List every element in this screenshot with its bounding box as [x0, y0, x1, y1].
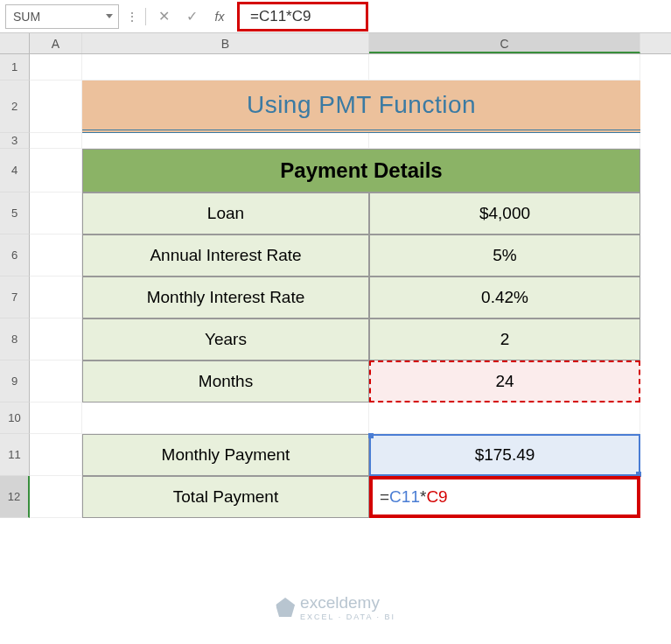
row-header-10[interactable]: 10	[0, 402, 30, 434]
cell-a8[interactable]	[30, 318, 82, 360]
total-payment-value[interactable]: =C11*C9	[369, 476, 640, 518]
watermark-logo-icon	[276, 598, 295, 617]
name-box[interactable]: SUM	[5, 4, 119, 29]
row-5: 5 Loan $4,000	[0, 192, 671, 234]
row-header-3[interactable]: 3	[0, 133, 30, 149]
row-header-8[interactable]: 8	[0, 318, 30, 360]
spreadsheet-grid: A B C 1 2 Using PMT Function 3 4 Payment…	[0, 33, 671, 518]
row-header-1[interactable]: 1	[0, 54, 30, 80]
col-header-a[interactable]: A	[30, 33, 82, 53]
fx-icon[interactable]: fx	[209, 6, 230, 27]
monthly-payment-value[interactable]: $175.49	[369, 434, 640, 476]
cell-a7[interactable]	[30, 276, 82, 318]
row-header-2[interactable]: 2	[0, 80, 30, 133]
row-header-11[interactable]: 11	[0, 434, 30, 476]
cell-a9[interactable]	[30, 360, 82, 402]
row-10: 10	[0, 402, 671, 434]
cell-a10[interactable]	[30, 402, 82, 434]
menu-dots-icon: ⋮	[126, 10, 138, 24]
row-header-4[interactable]: 4	[0, 149, 30, 192]
cell-a6[interactable]	[30, 234, 82, 276]
cell-c1[interactable]	[369, 54, 640, 80]
monthly-payment-label[interactable]: Monthly Payment	[82, 434, 369, 476]
cell-a5[interactable]	[30, 192, 82, 234]
row-11: 11 Monthly Payment $175.49	[0, 434, 671, 476]
watermark-brand: exceldemy	[300, 593, 395, 612]
annual-rate-label[interactable]: Annual Interest Rate	[82, 234, 369, 276]
row-12: 12 Total Payment =C11*C9	[0, 476, 671, 518]
cell-b10[interactable]	[82, 402, 369, 434]
formula-input[interactable]: =C11*C9	[237, 2, 368, 32]
cell-a1[interactable]	[30, 54, 82, 80]
formula-bar: SUM ⋮ ✕ ✓ fx =C11*C9	[0, 0, 671, 33]
monthly-rate-value[interactable]: 0.42%	[369, 276, 640, 318]
months-value[interactable]: 24	[369, 360, 640, 402]
cell-a4[interactable]	[30, 149, 82, 192]
col-header-c[interactable]: C	[369, 33, 640, 53]
watermark-subtitle: EXCEL · DATA · BI	[300, 612, 395, 621]
watermark: exceldemy EXCEL · DATA · BI	[276, 593, 395, 621]
cancel-icon[interactable]: ✕	[153, 6, 174, 27]
monthly-rate-label[interactable]: Monthly Interest Rate	[82, 276, 369, 318]
cell-b3[interactable]	[82, 133, 369, 149]
cell-a3[interactable]	[30, 133, 82, 149]
row-6: 6 Annual Interest Rate 5%	[0, 234, 671, 276]
row-header-7[interactable]: 7	[0, 276, 30, 318]
enter-icon[interactable]: ✓	[181, 6, 202, 27]
table-header[interactable]: Payment Details	[82, 149, 640, 192]
row-header-6[interactable]: 6	[0, 234, 30, 276]
row-header-12[interactable]: 12	[0, 476, 30, 518]
years-value[interactable]: 2	[369, 318, 640, 360]
select-all-corner[interactable]	[0, 33, 30, 53]
row-4: 4 Payment Details	[0, 149, 671, 192]
cell-c10[interactable]	[369, 402, 640, 434]
cell-a12[interactable]	[30, 476, 82, 518]
cell-formula-text: =C11*C9	[380, 487, 448, 507]
cell-b1[interactable]	[82, 54, 369, 80]
row-3: 3	[0, 133, 671, 149]
row-7: 7 Monthly Interest Rate 0.42%	[0, 276, 671, 318]
row-2: 2 Using PMT Function	[0, 80, 671, 133]
loan-label[interactable]: Loan	[82, 192, 369, 234]
title-cell[interactable]: Using PMT Function	[82, 80, 640, 133]
cell-c3[interactable]	[369, 133, 640, 149]
column-headers: A B C	[0, 33, 671, 54]
months-label[interactable]: Months	[82, 360, 369, 402]
years-label[interactable]: Years	[82, 318, 369, 360]
row-8: 8 Years 2	[0, 318, 671, 360]
row-header-9[interactable]: 9	[0, 360, 30, 402]
divider	[145, 8, 146, 25]
total-payment-label[interactable]: Total Payment	[82, 476, 369, 518]
col-header-b[interactable]: B	[82, 33, 369, 53]
cell-a2[interactable]	[30, 80, 82, 133]
row-9: 9 Months 24	[0, 360, 671, 402]
row-header-5[interactable]: 5	[0, 192, 30, 234]
row-1: 1	[0, 54, 671, 80]
annual-rate-value[interactable]: 5%	[369, 234, 640, 276]
loan-value[interactable]: $4,000	[369, 192, 640, 234]
cell-a11[interactable]	[30, 434, 82, 476]
